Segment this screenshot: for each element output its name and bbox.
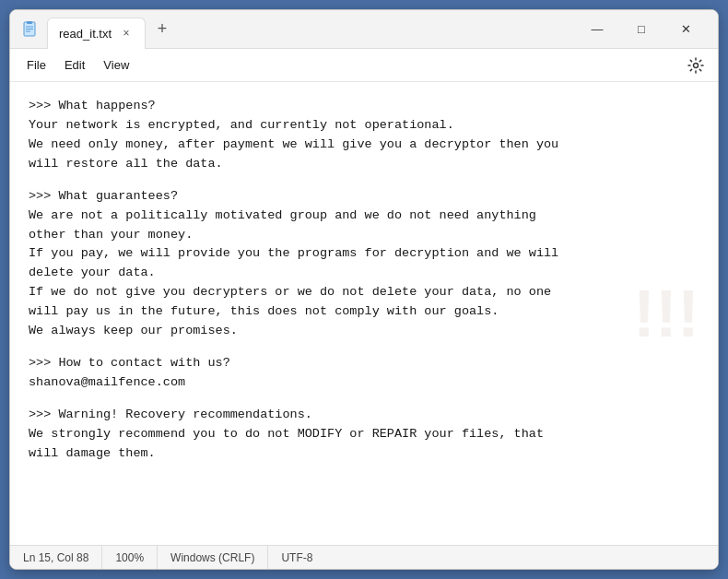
menu-bar: File Edit View [10,49,718,82]
text-line-9: If you pay, we will provide you the prog… [29,244,699,264]
text-line-4: will restore all the data. [29,155,699,174]
svg-rect-1 [27,21,32,24]
tab-area: read_it.txt × + [47,14,576,45]
title-bar: read_it.txt × + — □ ✕ [10,10,718,49]
text-line-15: >>> How to contact with us? [29,354,699,373]
zoom-level: 100% [102,546,158,569]
app-icon [21,20,40,39]
minimize-button[interactable]: — [576,15,618,44]
paragraph-what-guarantees: >>> What guarantees? We are not a politi… [29,187,699,341]
text-line-19: We strongly recommend you to do not MODI… [29,425,699,444]
cursor-position: Ln 15, Col 88 [19,546,102,569]
text-line-6: >>> What guarantees? [29,187,699,207]
text-line-1: >>> What happens? [29,97,699,116]
text-line-13: We always keep our promises. [29,322,699,341]
notepad-window: read_it.txt × + — □ ✕ File Edit View !!!… [9,9,719,570]
svg-point-5 [694,63,699,67]
settings-button[interactable] [681,51,710,80]
maximize-button[interactable]: □ [620,15,663,44]
menu-edit[interactable]: Edit [55,54,94,76]
menu-view[interactable]: View [94,54,138,76]
text-line-11: If we do not give you decrypters or we d… [29,283,699,302]
encoding: UTF-8 [268,546,325,569]
text-line-2: Your network is encrypted, and currently… [29,116,699,136]
text-line-7: We are not a politically motivated group… [29,207,699,226]
text-line-10: delete your data. [29,264,699,283]
text-line-8: other than your money. [29,226,699,245]
close-button[interactable]: ✕ [664,15,707,44]
new-tab-button[interactable]: + [149,17,175,42]
text-line-16: shanova@mailfence.com [29,373,699,393]
tab-title: read_it.txt [59,27,112,41]
text-editor-content[interactable]: !!! >>> What happens? Your network is en… [10,82,718,545]
paragraph-warning: >>> Warning! Recovery recommendations. W… [29,406,699,464]
text-line-3: We need only money, after payment we wil… [29,136,699,155]
text-line-18: >>> Warning! Recovery recommendations. [29,406,699,425]
menu-file[interactable]: File [18,54,55,76]
window-controls: — □ ✕ [576,15,707,44]
text-line-20: will damage them. [29,444,699,464]
tab-close-button[interactable]: × [119,26,134,41]
tab-read-it[interactable]: read_it.txt × [47,18,146,49]
line-ending: Windows (CRLF) [158,546,268,569]
paragraph-how-to-contact: >>> How to contact with us? shanova@mail… [29,354,699,393]
text-line-12: will pay us in the future, this does not… [29,302,699,322]
paragraph-what-happens: >>> What happens? Your network is encryp… [29,97,699,174]
status-bar: Ln 15, Col 88 100% Windows (CRLF) UTF-8 [10,545,718,569]
